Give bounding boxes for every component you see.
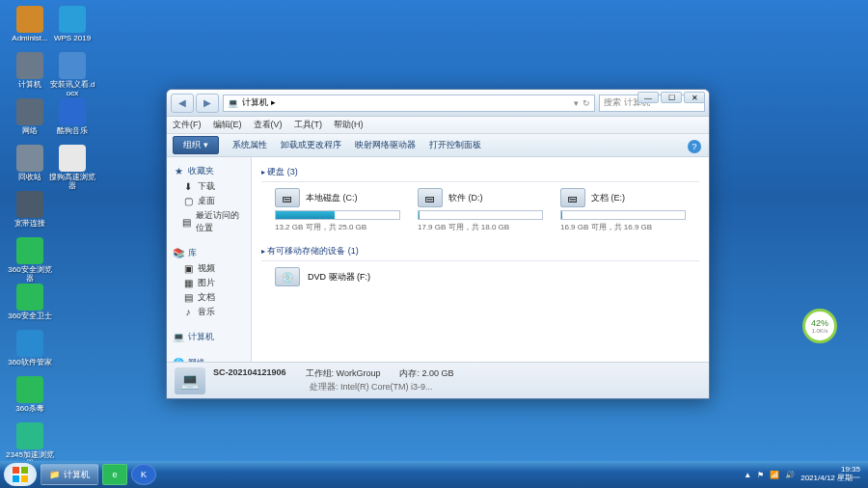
desktop-icon-label: 360杀毒 <box>15 405 43 414</box>
content-pane: 硬盘 (3) 🖴本地磁盘 (C:)13.2 GB 可用，共 25.0 GB🖴软件… <box>252 157 709 362</box>
drive-icon: 🖴 <box>560 188 585 207</box>
clock[interactable]: 19:35 2021/4/12 星期一 <box>800 466 864 483</box>
app-icon <box>16 330 43 357</box>
desktop-icon[interactable]: 计算机 <box>6 52 54 90</box>
svg-rect-3 <box>21 475 28 482</box>
maximize-button[interactable]: ☐ <box>661 92 682 103</box>
desktop-icon[interactable]: 360软件管家 <box>6 330 54 367</box>
document-icon: ▤ <box>182 292 194 304</box>
drive-item[interactable]: 🖴本地磁盘 (C:)13.2 GB 可用，共 25.0 GB <box>275 188 400 232</box>
desktop-icon[interactable]: 360安全卫士 <box>6 284 54 321</box>
drive-list: 🖴本地磁盘 (C:)13.2 GB 可用，共 25.0 GB🖴软件 (D:)17… <box>261 182 699 242</box>
titlebar: ◀ ▶ 💻 计算机 ▸ ▾ ↻ 搜索 计算机 — ☐ ✕ <box>167 90 709 117</box>
sidebar-item-videos[interactable]: ▣视频 <box>173 261 245 276</box>
desktop-icon-label: 360安全浏览器 <box>6 266 54 284</box>
sidebar-item-downloads[interactable]: ⬇下载 <box>173 179 245 194</box>
usage-bar <box>560 210 686 220</box>
sidebar-favorites[interactable]: ★收藏夹 <box>173 163 245 179</box>
tray-volume-icon[interactable]: 🔊 <box>785 471 795 479</box>
sidebar-item-desktop[interactable]: ▢桌面 <box>173 194 245 208</box>
svg-rect-2 <box>13 475 19 482</box>
menu-help[interactable]: 帮助(H) <box>334 119 364 131</box>
desktop-icon[interactable]: 宽带连接 <box>6 191 54 229</box>
desktop-icon-label: 360软件管家 <box>8 359 51 367</box>
app-icon <box>16 191 43 218</box>
menu-view[interactable]: 查看(V) <box>254 119 283 131</box>
desktop-icon[interactable]: 安装讯义看.docx <box>48 52 96 98</box>
app-icon <box>16 376 43 403</box>
close-button[interactable]: ✕ <box>684 92 705 103</box>
computer-large-icon: 💻 <box>175 367 205 394</box>
address-bar[interactable]: 💻 计算机 ▸ ▾ ↻ <box>223 95 595 112</box>
drive-item[interactable]: 🖴文档 (E:)16.9 GB 可用，共 16.9 GB <box>560 188 686 232</box>
computer-icon: 💻 <box>173 332 184 343</box>
section-hdd[interactable]: 硬盘 (3) <box>261 163 699 182</box>
sidebar-network[interactable]: 🌐网络 <box>173 355 245 362</box>
drive-info: 16.9 GB 可用，共 16.9 GB <box>560 222 686 232</box>
minimize-button[interactable]: — <box>637 92 659 103</box>
app-icon <box>16 98 43 125</box>
drive-icon: 🖴 <box>418 188 443 207</box>
uninstall-link[interactable]: 卸载或更改程序 <box>281 139 341 151</box>
sidebar-item-pictures[interactable]: ▦图片 <box>173 276 245 290</box>
drive-info: 17.9 GB 可用，共 18.0 GB <box>418 222 543 232</box>
library-icon: 📚 <box>173 248 184 259</box>
app-icon <box>59 145 86 172</box>
desktop-icon[interactable]: 360杀毒 <box>6 376 54 414</box>
sidebar-computer[interactable]: 💻计算机 <box>173 329 245 345</box>
start-button[interactable] <box>4 463 37 486</box>
windows-logo-icon <box>12 466 29 483</box>
control-panel-link[interactable]: 打开控制面板 <box>429 139 481 151</box>
desktop-icon-label: 360安全卫士 <box>8 312 51 321</box>
usage-bar <box>275 210 400 220</box>
back-button[interactable]: ◀ <box>171 94 194 113</box>
recent-icon: ▤ <box>182 216 192 228</box>
dvd-drive[interactable]: 💿 DVD 驱动器 (F:) <box>261 261 699 286</box>
taskbar-app-explorer[interactable]: 📁 计算机 <box>41 464 98 485</box>
drive-icon: 🖴 <box>275 188 300 207</box>
chevron-down-icon[interactable]: ▾ <box>574 98 579 108</box>
taskbar-pin-360[interactable]: e <box>102 464 127 485</box>
desktop-icon[interactable]: 网络 <box>6 98 54 136</box>
sidebar-libraries[interactable]: 📚库 <box>173 245 245 261</box>
desktop-icon[interactable]: 酷狗音乐 <box>48 98 96 136</box>
music-icon: ♪ <box>182 307 194 318</box>
refresh-icon[interactable]: ↻ <box>583 98 590 108</box>
map-drive-link[interactable]: 映射网络驱动器 <box>355 139 416 151</box>
computer-name: SC-202104121906 <box>213 367 286 380</box>
desktop-icon[interactable]: 搜狗高速浏览器 <box>48 145 96 191</box>
drive-item[interactable]: 🖴软件 (D:)17.9 GB 可用，共 18.0 GB <box>418 188 543 232</box>
desktop-icon-label: 宽带连接 <box>14 220 45 229</box>
desktop-icon-label: 安装讯义看.docx <box>48 81 96 98</box>
menu-tools[interactable]: 工具(T) <box>294 119 323 131</box>
sidebar-item-recent[interactable]: ▤最近访问的位置 <box>173 208 245 235</box>
window-controls: — ☐ ✕ <box>637 92 705 103</box>
help-button[interactable]: ? <box>688 140 701 153</box>
explorer-window: ◀ ▶ 💻 计算机 ▸ ▾ ↻ 搜索 计算机 — ☐ ✕ 文件(F) 编辑(E)… <box>166 89 710 399</box>
widget-percent: 42% <box>811 318 828 328</box>
svg-rect-0 <box>13 467 19 474</box>
sidebar-item-music[interactable]: ♪音乐 <box>173 305 245 319</box>
sidebar-item-documents[interactable]: ▤文档 <box>173 290 245 305</box>
app-icon <box>16 52 43 79</box>
menubar: 文件(F) 编辑(E) 查看(V) 工具(T) 帮助(H) <box>167 117 709 134</box>
desktop-icon[interactable]: Administ... <box>6 6 54 43</box>
desktop-icon[interactable]: 回收站 <box>6 145 54 182</box>
menu-file[interactable]: 文件(F) <box>173 119 202 131</box>
menu-edit[interactable]: 编辑(E) <box>213 119 242 131</box>
section-removable[interactable]: 有可移动存储的设备 (1) <box>261 242 699 261</box>
system-properties-link[interactable]: 系统属性 <box>232 139 267 151</box>
nav-buttons: ◀ ▶ <box>171 94 219 113</box>
organize-button[interactable]: 组织 ▾ <box>173 136 219 154</box>
usage-bar <box>418 210 543 220</box>
desktop-icon[interactable]: 360安全浏览器 <box>6 237 54 284</box>
star-icon: ★ <box>173 166 184 177</box>
tray-network-icon[interactable]: 📶 <box>770 471 779 479</box>
tray-up-icon[interactable]: ▲ <box>744 471 751 479</box>
speed-widget[interactable]: 42% 1.0K/s <box>802 309 837 343</box>
taskbar-pin-kugou[interactable]: K <box>131 464 156 485</box>
forward-button[interactable]: ▶ <box>196 94 219 113</box>
drive-info: 13.2 GB 可用，共 25.0 GB <box>275 222 400 232</box>
desktop-icon[interactable]: WPS 2019 <box>48 6 96 43</box>
tray-flag-icon[interactable]: ⚑ <box>757 471 764 479</box>
